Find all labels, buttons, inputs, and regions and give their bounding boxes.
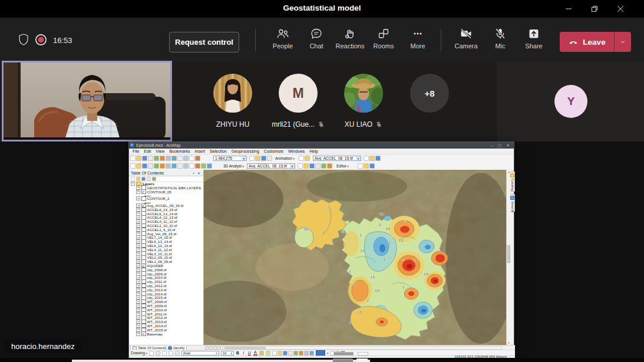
- toolbar-icon[interactable]: [136, 177, 140, 181]
- toolbar-icon[interactable]: [315, 163, 321, 169]
- scrollbar-thumb[interactable]: [507, 245, 510, 263]
- toolbar-icons[interactable]: [299, 156, 310, 161]
- toolbar-icon[interactable]: [183, 156, 189, 161]
- toolbar-icon[interactable]: [293, 351, 298, 356]
- toolbar-icon[interactable]: [166, 163, 171, 169]
- menu-item[interactable]: Edit: [144, 149, 151, 153]
- menu-item[interactable]: Windows: [288, 149, 305, 153]
- expander-icon[interactable]: [136, 190, 140, 194]
- toolbar-icon[interactable]: [288, 351, 293, 356]
- toc-layer-row[interactable]: AQUIFER: [136, 264, 203, 268]
- toolbar-icon[interactable]: [298, 163, 303, 169]
- toolbar-icon[interactable]: [261, 156, 266, 161]
- toc-layer-row[interactable]: Basemap: [136, 332, 203, 336]
- map-vertical-scrollbar[interactable]: ▲ ▼: [506, 170, 510, 345]
- more-button[interactable]: More: [401, 27, 434, 56]
- toolbar-icon[interactable]: [283, 351, 288, 356]
- menu-item[interactable]: Customize: [264, 149, 283, 153]
- camera-button[interactable]: Camera: [450, 27, 483, 56]
- toc-layer-row[interactable]: WT_2014.tif: [136, 324, 203, 328]
- toolbar-icons[interactable]: [298, 163, 332, 169]
- maximize-button[interactable]: [582, 0, 607, 18]
- menu-item[interactable]: Selection: [210, 149, 227, 153]
- people-button[interactable]: People: [266, 27, 299, 56]
- toolbar-icon[interactable]: [171, 156, 177, 161]
- toolbar-icon[interactable]: [183, 163, 189, 169]
- rotate-tool[interactable]: [156, 351, 160, 356]
- standard-toolbar-icons[interactable]: [249, 156, 272, 161]
- raster-layer-combo[interactable]: Avg_ACCEL_08_15.tif▾: [313, 156, 361, 161]
- toolbar-icon[interactable]: [189, 163, 194, 169]
- participant-avatar-mrli21[interactable]: M: [279, 74, 318, 113]
- toolbar-icon[interactable]: [309, 351, 314, 356]
- toolbar-icon[interactable]: [177, 156, 183, 161]
- toolbar-icon[interactable]: [249, 156, 255, 161]
- menu-item[interactable]: Insert: [194, 149, 205, 153]
- toc-layer-row[interactable]: CONTOUR_2: [136, 196, 203, 200]
- toolbar-icon[interactable]: [207, 163, 212, 169]
- expander-icon[interactable]: [136, 196, 140, 200]
- minimize-button[interactable]: [556, 0, 582, 18]
- toolbar-icon[interactable]: [305, 156, 310, 161]
- analyst-layer-combo[interactable]: Avg_ACCEL_08_15.tif▾: [247, 163, 295, 169]
- toc-layer-row[interactable]: WT_2011.tif: [136, 312, 203, 316]
- toolbar-icon[interactable]: [130, 163, 136, 169]
- toolbar-icon[interactable]: [154, 163, 159, 169]
- 3d-analyst-menu[interactable]: 3D Analyst: [223, 164, 244, 168]
- drawing-extra-icons[interactable]: [272, 351, 314, 356]
- toolbar-icon[interactable]: [272, 351, 277, 356]
- toolbar-icon[interactable]: [303, 163, 309, 169]
- toc-layer-row[interactable]: clip_2010.tif: [136, 276, 203, 280]
- toolbar-icon[interactable]: [321, 163, 326, 169]
- toc-layer-row[interactable]: clip_2013.tif: [136, 288, 203, 292]
- toolbar-icon[interactable]: [255, 156, 260, 161]
- toolbar-icon[interactable]: [136, 156, 141, 161]
- toolbar-icon[interactable]: [130, 156, 136, 161]
- drawing-menu[interactable]: Drawing: [131, 351, 147, 355]
- toolbar-icon[interactable]: [364, 163, 369, 169]
- toolbar-icon[interactable]: [147, 177, 151, 181]
- toolbar-icon[interactable]: [375, 156, 381, 161]
- reactions-button[interactable]: Reactions: [333, 27, 366, 56]
- tools-toolbar-icons[interactable]: [130, 163, 212, 169]
- toolbar-icon[interactable]: [278, 351, 282, 356]
- menu-item[interactable]: Geoprocessing: [232, 149, 259, 153]
- mic-button[interactable]: Mic: [484, 27, 517, 56]
- animation-menu[interactable]: Animation: [275, 156, 295, 160]
- search-tab[interactable]: Search: [510, 194, 515, 212]
- toc-layer-row[interactable]: clip_2012.tif: [136, 284, 203, 288]
- toolbar-icon[interactable]: [195, 163, 200, 169]
- toolbar-icon[interactable]: [131, 177, 135, 181]
- toc-layer-row[interactable]: clip_2014.tif: [136, 292, 203, 296]
- leave-button[interactable]: Leave: [560, 32, 631, 52]
- toolbar-icon[interactable]: [309, 163, 315, 169]
- edit-vertices-tool[interactable]: [175, 351, 180, 356]
- map-scale-combo[interactable]: 1:484,275▾: [213, 156, 247, 161]
- italic-button[interactable]: I: [242, 351, 246, 355]
- toolbar-icon[interactable]: [299, 156, 304, 161]
- toolbar-icon[interactable]: [171, 163, 177, 169]
- toolbar-icon[interactable]: [369, 163, 375, 169]
- toolbar-icon[interactable]: [148, 163, 153, 169]
- toolbar-icon[interactable]: [267, 156, 272, 161]
- bold-button[interactable]: B: [236, 351, 240, 355]
- expander-icon[interactable]: [131, 182, 135, 186]
- toolbar-icon[interactable]: [160, 156, 165, 161]
- toc-layer-row[interactable]: clip_2015.tif: [136, 296, 203, 300]
- toolbar-icon[interactable]: [136, 163, 141, 169]
- font-color-button[interactable]: A: [253, 350, 257, 356]
- toolbar-icon[interactable]: [195, 156, 200, 161]
- toolbar-icon[interactable]: [358, 163, 363, 169]
- toc-layer-row[interactable]: CONTOUR_05: [136, 190, 203, 194]
- expander-icon[interactable]: [136, 332, 140, 336]
- scrollbar-thumb[interactable]: [224, 347, 266, 349]
- select-elements-tool[interactable]: [149, 351, 154, 356]
- toc-layer-row[interactable]: WT_2009.tif: [136, 304, 203, 308]
- standard-toolbar-icons[interactable]: [130, 156, 200, 161]
- participant-avatar-xu-liao[interactable]: [344, 74, 383, 113]
- toc-layer-row[interactable]: WT_2013.tif: [136, 320, 203, 324]
- toolbar-icon[interactable]: [201, 163, 206, 169]
- toolbar-icons[interactable]: [358, 163, 375, 169]
- toolbar-icon[interactable]: [327, 163, 332, 169]
- fill-color-button[interactable]: [259, 351, 264, 356]
